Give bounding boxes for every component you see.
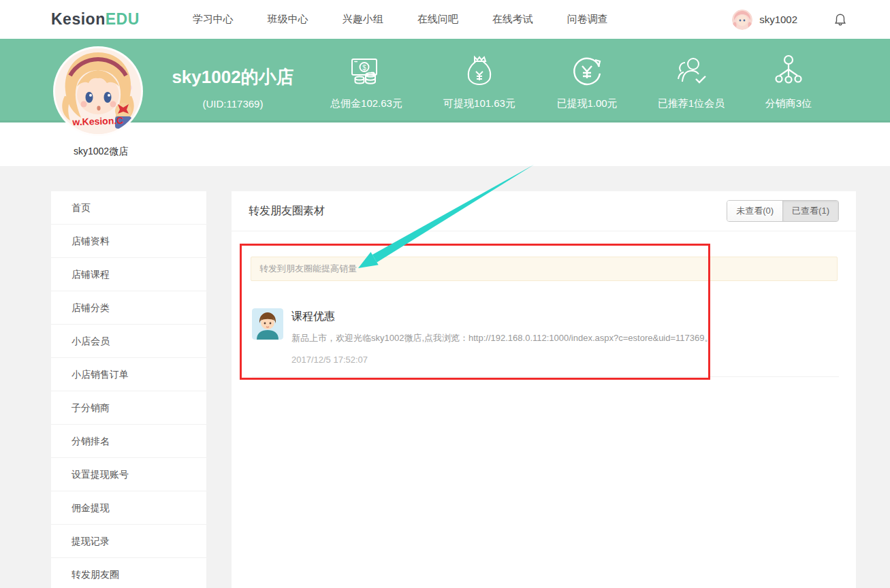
stat-distributors: 分销商3位 xyxy=(734,53,843,110)
shop-subname-label: sky1002微店 xyxy=(74,146,128,158)
post-title: 课程优惠 xyxy=(291,310,714,324)
view-filter-group: 未查看(0) 已查看(1) xyxy=(727,200,839,222)
top-nav: KesionEDU 学习中心 班级中心 兴趣小组 在线问吧 在线考试 问卷调查 … xyxy=(0,0,890,39)
post-content: 课程优惠 新品上市，欢迎光临sky1002微店,点我浏览：http://192.… xyxy=(291,308,714,365)
moneybag-icon xyxy=(463,53,496,88)
sidebar-item-store-categories[interactable]: 店铺分类 xyxy=(51,291,206,325)
user-avatar[interactable] xyxy=(732,10,752,30)
sidebar-item-distribution-ranking[interactable]: 分销排名 xyxy=(51,425,206,458)
main-panel: 转发朋友圈素材 未查看(0) 已查看(1) 转发到朋友圈能提高销量 课程优惠 新… xyxy=(232,191,856,588)
filter-viewed-button[interactable]: 已查看(1) xyxy=(782,201,838,221)
nav-item-interest-group[interactable]: 兴趣小组 xyxy=(341,9,385,30)
sidebar: 首页 店铺资料 店铺课程 店铺分类 小店会员 小店销售订单 子分销商 分销排名 … xyxy=(51,191,206,588)
sidebar-item-commission-withdraw[interactable]: 佣金提现 xyxy=(51,491,206,525)
shop-heading: sky1002的小店 (UID:117369) xyxy=(158,65,308,110)
store-avatar-image: w.Kesion.C xyxy=(55,48,141,134)
stat-withdrawn-label: 已提现1.00元 xyxy=(556,97,617,110)
shop-title: sky1002的小店 xyxy=(158,65,308,89)
logo[interactable]: KesionEDU xyxy=(51,10,140,29)
post-body: 新品上市，欢迎光临sky1002微店,点我浏览：http://192.168.0… xyxy=(291,332,714,344)
nav-item-class-center[interactable]: 班级中心 xyxy=(266,9,310,30)
filter-unviewed-button[interactable]: 未查看(0) xyxy=(727,201,782,221)
nav-item-online-exam[interactable]: 在线考试 xyxy=(491,9,535,30)
notification-bell-icon[interactable] xyxy=(833,12,848,27)
sidebar-item-withdraw-records[interactable]: 提现记录 xyxy=(51,525,206,558)
members-icon xyxy=(673,53,710,88)
banner-lower-strip xyxy=(0,122,890,166)
sidebar-item-home[interactable]: 首页 xyxy=(51,191,206,225)
stat-withdrawable-label: 可提现101.63元 xyxy=(443,97,515,110)
sidebar-item-share-moments[interactable]: 转发朋友圈 xyxy=(51,558,206,588)
sidebar-item-store-members[interactable]: 小店会员 xyxy=(51,325,206,358)
stat-withdrawn: 已提现1.00元 xyxy=(533,53,641,110)
post-timestamp: 2017/12/5 17:52:07 xyxy=(291,355,714,365)
avatar-watermark-text: w.Kesion.C xyxy=(71,115,123,128)
page-title: 转发朋友圈素材 xyxy=(249,204,325,218)
withdraw-cycle-icon xyxy=(569,53,605,88)
svg-text:$: $ xyxy=(362,64,366,71)
username-label[interactable]: sky1002 xyxy=(759,14,797,25)
sidebar-item-store-courses[interactable]: 店铺课程 xyxy=(51,258,206,291)
post-avatar xyxy=(252,308,283,340)
store-avatar: w.Kesion.C xyxy=(53,46,143,136)
distributor-tree-icon xyxy=(772,53,806,88)
stat-referred-members-label: 已推荐1位会员 xyxy=(658,97,725,110)
main-header: 转发朋友圈素材 未查看(0) 已查看(1) xyxy=(232,191,856,231)
post-divider xyxy=(252,376,839,377)
stat-referred-members: 已推荐1位会员 xyxy=(637,53,746,110)
moment-post-item[interactable]: 课程优惠 新品上市，欢迎光临sky1002微店,点我浏览：http://192.… xyxy=(252,308,839,365)
nav-item-online-qa[interactable]: 在线问吧 xyxy=(416,9,460,30)
stat-distributors-label: 分销商3位 xyxy=(765,97,812,110)
shop-uid: (UID:117369) xyxy=(158,98,308,110)
stat-withdrawable: 可提现101.63元 xyxy=(425,53,534,110)
stat-total-commission: $ 总佣金102.63元 xyxy=(312,53,421,110)
sidebar-item-sub-distributors[interactable]: 子分销商 xyxy=(51,391,206,425)
nav-item-learning-center[interactable]: 学习中心 xyxy=(191,9,235,30)
stat-total-commission-label: 总佣金102.63元 xyxy=(330,97,402,110)
notice-bar: 转发到朋友圈能提高销量 xyxy=(251,257,838,281)
logo-kesion: Kesion xyxy=(51,10,106,28)
logo-edu: EDU xyxy=(106,10,140,28)
cash-icon: $ xyxy=(349,53,384,88)
nav-menu: 学习中心 班级中心 兴趣小组 在线问吧 在线考试 问卷调查 xyxy=(191,9,641,30)
nav-item-survey[interactable]: 问卷调查 xyxy=(566,9,609,30)
sidebar-item-withdraw-account[interactable]: 设置提现账号 xyxy=(51,458,206,491)
user-avatar-image xyxy=(732,10,752,30)
sidebar-item-store-profile[interactable]: 店铺资料 xyxy=(51,225,206,258)
sidebar-item-sales-orders[interactable]: 小店销售订单 xyxy=(51,358,206,391)
nav-user-area: sky1002 xyxy=(732,10,848,30)
